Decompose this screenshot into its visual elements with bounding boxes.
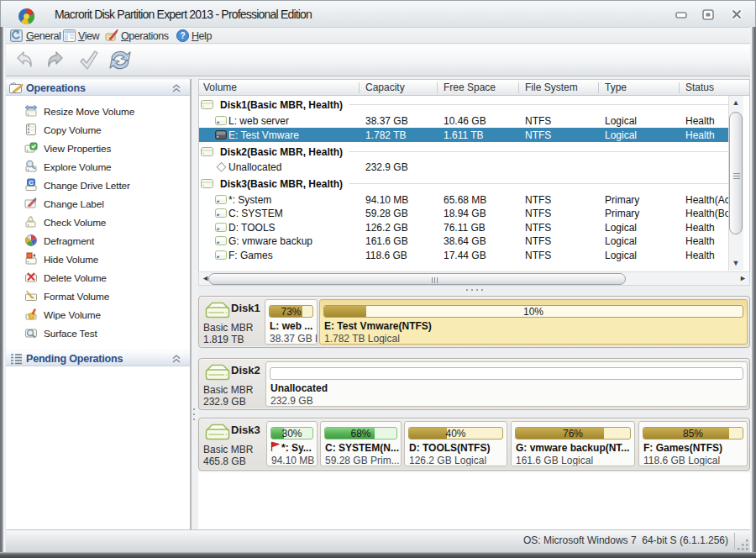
svg-text:C: C — [29, 179, 34, 187]
svg-text:?: ? — [180, 31, 185, 40]
